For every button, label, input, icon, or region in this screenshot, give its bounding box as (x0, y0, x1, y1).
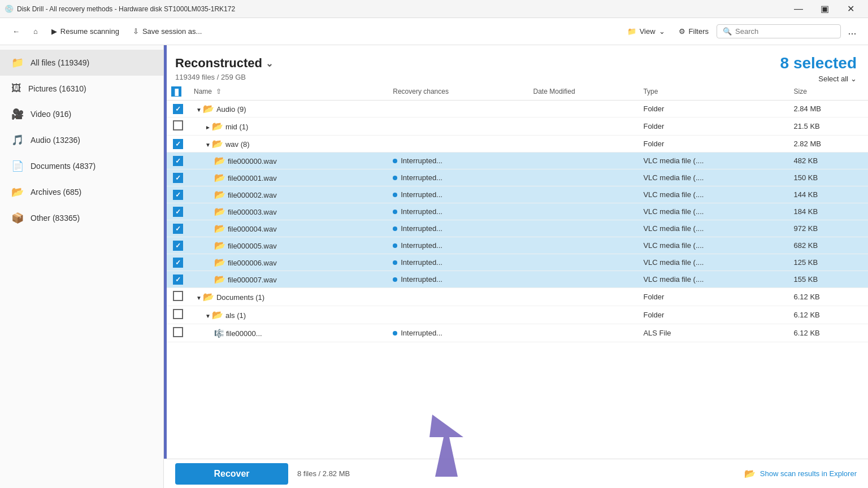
col-modified: Date Modified (529, 83, 639, 101)
row-size-cell: 482 KB (789, 152, 868, 169)
row-checkbox[interactable]: ✓ (173, 104, 183, 114)
more-options-button[interactable]: ... (843, 23, 861, 41)
recover-button[interactable]: Recover (175, 463, 288, 485)
row-recovery-cell: Interrupted... (388, 152, 528, 169)
row-size-cell: 144 KB (789, 186, 868, 203)
row-name-cell[interactable]: ▼📂Audio (9) (189, 101, 388, 117)
table-row: ✓📂file000000.wavInterrupted...VLC media … (167, 152, 868, 169)
row-type-cell: VLC media file (.... (639, 254, 789, 271)
table-row: ✓▼📂wav (8)Folder2.82 MB (167, 136, 868, 152)
row-checkbox[interactable]: ✓ (173, 156, 183, 166)
row-type-cell: VLC media file (.... (639, 152, 789, 169)
show-results-button[interactable]: 📂 Show scan results in Explorer (744, 468, 857, 479)
resume-scanning-button[interactable]: ▶ Resume scanning (46, 24, 125, 39)
row-name-cell[interactable]: 📂file000000.wav (189, 152, 388, 169)
search-input[interactable] (735, 27, 835, 36)
row-checkbox[interactable]: ✓ (173, 241, 183, 251)
sort-icon: ⇧ (216, 88, 222, 95)
row-date-cell (529, 220, 639, 237)
row-size-cell: 150 KB (789, 169, 868, 186)
row-recovery-cell (388, 306, 528, 324)
row-checkbox[interactable] (173, 291, 183, 301)
row-checkbox[interactable]: ✓ (173, 224, 183, 234)
select-all-chevron-icon: ⌄ (850, 75, 857, 83)
row-name-cell[interactable]: 📂file000002.wav (189, 186, 388, 203)
row-name-cell[interactable]: 📂file000004.wav (189, 220, 388, 237)
col-checkbox: ▮ (167, 83, 189, 101)
row-name-cell[interactable]: ▼📂als (1) (189, 306, 388, 324)
sidebar-label-all-files: All files (119349) (31, 58, 89, 67)
main-content: 📁 All files (119349) 🖼 Pictures (16310) … (0, 45, 868, 488)
table-row: ✓📂file000005.wavInterrupted...VLC media … (167, 237, 868, 254)
sidebar-item-audio[interactable]: 🎵 Audio (13236) (0, 127, 163, 153)
save-session-button[interactable]: ⇩ Save session as... (127, 24, 208, 39)
sidebar-item-pictures[interactable]: 🖼 Pictures (16310) (0, 76, 163, 101)
row-name-cell[interactable]: ►📂mid (1) (189, 117, 388, 136)
row-name-cell[interactable]: ▼📂Documents (1) (189, 288, 388, 306)
row-date-cell (529, 254, 639, 271)
dropdown-arrow-icon[interactable]: ⌄ (266, 58, 273, 69)
sidebar-label-documents: Documents (4837) (31, 162, 96, 171)
row-checkbox[interactable]: ✓ (173, 258, 183, 268)
row-name-cell[interactable]: 📂file000001.wav (189, 169, 388, 186)
table-row: ▼📂Documents (1)Folder6.12 KB (167, 288, 868, 306)
home-icon: ⌂ (33, 27, 38, 36)
row-type-cell: Folder (639, 117, 789, 136)
row-date-cell (529, 203, 639, 220)
view-button[interactable]: 📁 View ⌄ (622, 24, 671, 39)
row-size-cell: 682 KB (789, 237, 868, 254)
sidebar-item-other[interactable]: 📦 Other (83365) (0, 205, 163, 231)
row-size-cell: 21.5 KB (789, 117, 868, 136)
row-checkbox[interactable]: ✓ (173, 190, 183, 200)
row-checkbox[interactable]: ✓ (173, 139, 183, 149)
row-recovery-cell: Interrupted... (388, 254, 528, 271)
maximize-button[interactable]: ▣ (811, 0, 837, 18)
row-checkbox[interactable] (173, 309, 183, 319)
select-all-button[interactable]: Select all ⌄ (818, 75, 857, 83)
search-box[interactable]: 🔍 (717, 24, 841, 38)
row-checkbox-cell: ✓ (167, 186, 189, 203)
filters-button[interactable]: ⚙ Filters (673, 24, 714, 39)
row-checkbox[interactable]: ✓ (173, 173, 183, 183)
minimize-button[interactable]: — (785, 0, 811, 18)
home-button[interactable]: ⌂ (28, 24, 44, 39)
row-name-cell[interactable]: 🎼file00000... (189, 324, 388, 342)
close-button[interactable]: ✕ (837, 0, 863, 18)
sidebar-item-video[interactable]: 🎥 Video (916) (0, 101, 163, 127)
row-recovery-cell: Interrupted... (388, 237, 528, 254)
view-chevron-icon: ⌄ (659, 27, 665, 36)
row-checkbox[interactable]: ✓ (173, 274, 183, 285)
table-row: ✓📂file000002.wavInterrupted...VLC media … (167, 186, 868, 203)
sidebar-item-archives[interactable]: 📂 Archives (685) (0, 179, 163, 205)
row-name-cell[interactable]: 📂file000006.wav (189, 254, 388, 271)
select-all-checkbox[interactable]: ▮ (171, 86, 181, 97)
row-size-cell: 2.82 MB (789, 136, 868, 152)
row-date-cell (529, 237, 639, 254)
row-checkbox[interactable] (173, 327, 183, 337)
row-type-cell: ALS File (639, 324, 789, 342)
file-count-subtitle: 119349 files / 259 GB (175, 71, 273, 81)
row-size-cell: 2.84 MB (789, 101, 868, 117)
all-files-icon: 📁 (11, 56, 24, 69)
row-type-cell: VLC media file (.... (639, 186, 789, 203)
row-name-cell[interactable]: 📂file000003.wav (189, 203, 388, 220)
table-row: ✓📂file000007.wavInterrupted...VLC media … (167, 271, 868, 288)
row-date-cell (529, 324, 639, 342)
row-name-cell[interactable]: ▼📂wav (8) (189, 136, 388, 152)
back-button[interactable]: ← (7, 24, 25, 39)
sidebar-item-all-files[interactable]: 📁 All files (119349) (0, 50, 163, 76)
selected-count: 8 selected (780, 54, 857, 72)
left-border (164, 45, 167, 459)
row-size-cell: 6.12 KB (789, 288, 868, 306)
title-bar: 💿 Disk Drill - All recovery methods - Ha… (0, 0, 868, 18)
col-name[interactable]: Name ⇧ (189, 83, 388, 101)
row-name-cell[interactable]: 📂file000005.wav (189, 237, 388, 254)
row-type-cell: VLC media file (.... (639, 237, 789, 254)
row-checkbox-cell: ✓ (167, 101, 189, 117)
row-name-cell[interactable]: 📂file000007.wav (189, 271, 388, 288)
row-checkbox[interactable]: ✓ (173, 207, 183, 217)
table-row: ✓📂file000001.wavInterrupted...VLC media … (167, 169, 868, 186)
row-checkbox[interactable] (173, 120, 183, 130)
sidebar-item-documents[interactable]: 📄 Documents (4837) (0, 153, 163, 179)
row-recovery-cell (388, 117, 528, 136)
